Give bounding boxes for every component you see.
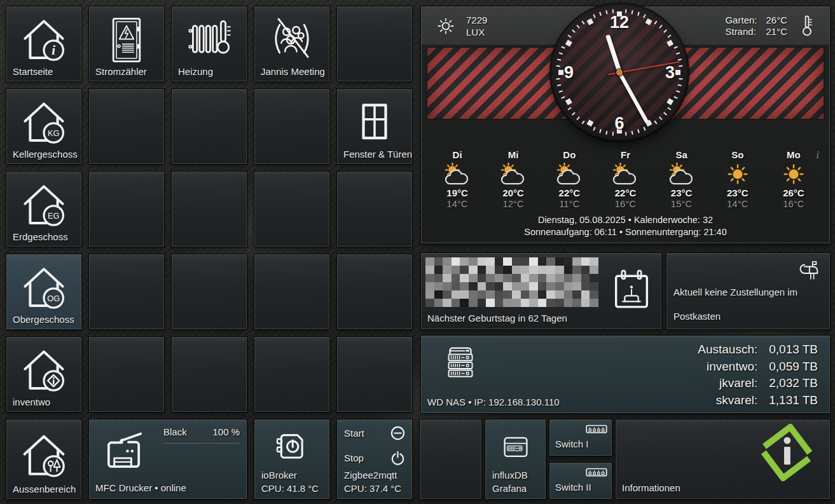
house-og-icon: OG: [18, 262, 69, 313]
breaker-box-icon: [101, 15, 152, 65]
house-kg-icon: KG: [18, 97, 69, 148]
info-icon[interactable]: i: [817, 149, 819, 161]
nav-tile-inventwo[interactable]: inventwo: [6, 337, 81, 412]
dashboard: i Startseite Stromzähler Heizu: [0, 0, 835, 504]
thermometer-icon: [797, 13, 817, 39]
share-name: skvarel:: [716, 392, 757, 409]
empty-tile: [337, 337, 412, 412]
forecast-day: Fr 22°C 16°C: [598, 149, 652, 209]
nav-tile-label: Heizung: [178, 66, 213, 77]
nav-tile-label: Jannis Meeting: [261, 66, 325, 77]
lux-value: 7229: [466, 14, 487, 26]
share-name: jkvarel:: [719, 375, 757, 392]
sun-icon: [781, 162, 806, 186]
zigbee-start-row[interactable]: Start: [344, 426, 405, 440]
empty-tile: [337, 254, 412, 329]
nav-tile-erdgeschoss[interactable]: EG Erdgeschoss: [6, 172, 81, 247]
postbox-line2: Postkasten: [673, 311, 721, 322]
radiator-thermometer-icon: [184, 15, 235, 65]
outdoor-temps: Garten: 26°C Strand: 21°C: [725, 15, 787, 37]
empty-tile: [254, 172, 329, 247]
informationen-label: Informationen: [622, 482, 680, 493]
sun-times-line: Sonnenaufgang: 06:11 • Sonnenuntergang: …: [422, 227, 829, 237]
nas-tile: Austausch:0,013 TB inventwo:0,059 TB jkv…: [421, 336, 830, 413]
sun-icon: [725, 162, 750, 186]
nav-tile-heizung[interactable]: Heizung: [172, 6, 247, 81]
birthday-calendar-icon: [607, 266, 656, 315]
empty-tile: [172, 254, 247, 329]
nav-tile-label: Aussenbereich: [13, 484, 76, 494]
house-inventwo-icon: [18, 345, 69, 396]
nav-tile-obergeschoss[interactable]: OG Obergeschoss: [6, 254, 81, 329]
empty-tile: [172, 337, 247, 412]
toner-value: 100 %: [212, 426, 240, 437]
switch-2-label: Switch II: [555, 482, 591, 493]
sun-cloud-icon: [443, 162, 472, 186]
share-size: 1,131 TB: [769, 392, 818, 409]
switch-2-tile[interactable]: Switch II: [549, 463, 612, 499]
iobroker-name: ioBroker: [261, 470, 297, 480]
pixelated-photo: [425, 257, 598, 307]
printer-tile[interactable]: Black 100 % MFC Drucker • online: [89, 419, 247, 499]
empty-tile: [172, 172, 247, 247]
nav-tile-fenster-tueren[interactable]: Fenster & Türen: [337, 89, 412, 164]
empty-tile: [254, 337, 329, 412]
forecast-day: Sa 23°C 15°C: [654, 149, 709, 209]
iobroker-tile[interactable]: ioBroker CPU: 41.8 °C: [254, 419, 329, 499]
empty-tile: [89, 337, 164, 412]
share-name: Austausch:: [698, 341, 757, 358]
forecast-day: Mi 20°C 12°C: [486, 149, 541, 209]
clock-numeral: 12: [610, 13, 629, 32]
share-name: inventwo:: [707, 358, 757, 376]
empty-tile: [337, 6, 412, 81]
house-garden-icon: [18, 430, 70, 482]
clock-center-dot: [616, 69, 623, 76]
network-switch-icon: [586, 468, 607, 477]
nav-tile-label: Obergeschoss: [13, 314, 74, 325]
zigbee-stop-row[interactable]: Stop: [344, 451, 405, 465]
garten-temp: 26°C: [766, 15, 787, 25]
zigbee-stop-label: Stop: [344, 453, 364, 463]
switch-1-label: Switch I: [555, 439, 589, 449]
sun-cloud-icon: [667, 162, 696, 186]
forecast-days: Di 19°C 14°C Mi 20°: [422, 121, 829, 209]
house-info-icon: i: [18, 15, 69, 65]
nav-tile-label: inventwo: [13, 397, 50, 407]
influxdb-grafana-tile[interactable]: influxDB Grafana: [485, 419, 546, 499]
sun-cloud-icon: [611, 162, 640, 186]
svg-text:i: i: [52, 43, 55, 57]
zigbee-cpu: CPU: 37.4 °C: [344, 483, 401, 494]
sun-cloud-icon: [499, 162, 528, 186]
power-icon[interactable]: [390, 451, 405, 465]
nav-tile-label: Fenster & Türen: [343, 149, 412, 160]
empty-tile: [89, 254, 164, 329]
mailbox-icon: [792, 258, 823, 289]
svg-text:KG: KG: [48, 128, 60, 138]
influx-line2: Grafana: [492, 483, 527, 494]
switch-1-tile[interactable]: Switch I: [549, 419, 612, 456]
strand-label: Strand:: [725, 26, 757, 37]
nav-tile-label: Kellergeschoss: [13, 149, 78, 160]
postbox-tile: Aktuell keine Zustellungen im Postkasten: [666, 253, 830, 329]
forecast-day: Do 22°C 11°C: [542, 149, 597, 209]
nav-tile-label: Erdgeschoss: [13, 231, 68, 242]
nav-tile-startseite[interactable]: i Startseite: [6, 6, 81, 81]
influx-line1: influxDB: [492, 470, 528, 480]
inventwo-logo-icon: [758, 424, 815, 481]
nas-shares: Austausch:0,013 TB inventwo:0,059 TB jkv…: [698, 341, 818, 409]
nav-tile-jannis-meeting[interactable]: Jannis Meeting: [254, 6, 329, 81]
nav-tile-aussenbereich[interactable]: Aussenbereich: [6, 419, 81, 499]
circle-minus-icon[interactable]: [390, 426, 405, 440]
meeting-off-icon: [265, 12, 319, 65]
nav-tile-stromzaehler[interactable]: Stromzähler: [89, 6, 164, 81]
birthday-tile: Nächster Geburtstag in 62 Tagen: [421, 253, 661, 329]
empty-tile: [254, 254, 329, 329]
empty-tile: [172, 89, 247, 164]
share-size: 0,013 TB: [769, 341, 818, 358]
informationen-tile[interactable]: Informationen: [616, 419, 830, 499]
zigbee-tile: Start Stop Zigbee2mqtt CPU: 37.4 °C: [337, 419, 412, 499]
printer-status: MFC Drucker • online: [95, 482, 186, 493]
nav-tile-kellergeschoss[interactable]: KG Kellergeschoss: [6, 89, 81, 164]
forecast-day: So 23°C 14°C: [710, 149, 765, 209]
network-switch-icon: [586, 425, 607, 433]
